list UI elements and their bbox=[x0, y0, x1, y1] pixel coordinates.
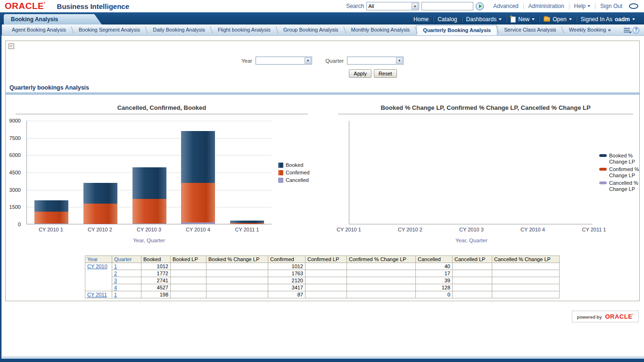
help-icon[interactable]: ? bbox=[633, 27, 639, 33]
value-cell bbox=[305, 263, 347, 270]
bar-segment-booked[interactable] bbox=[83, 183, 117, 203]
subtab-service-class-analysis[interactable]: Service Class Analysis bbox=[498, 25, 562, 35]
y-tick-label: 0 bbox=[18, 222, 21, 227]
search-bar: Search All ▼ bbox=[346, 2, 484, 10]
year-cell[interactable]: CY 2011 bbox=[85, 291, 112, 298]
chart-title: Cancelled, Confirmed, Booked bbox=[9, 104, 314, 111]
year-label: Year bbox=[241, 58, 252, 64]
bar-segment-booked[interactable] bbox=[132, 167, 166, 199]
value-cell bbox=[347, 284, 416, 291]
open-menu[interactable]: Open bbox=[539, 16, 576, 23]
table-row: 44527 3417 128 bbox=[85, 284, 560, 291]
quarter-cell[interactable]: 1 bbox=[112, 291, 141, 298]
collapse-section-icon[interactable]: − bbox=[8, 43, 14, 49]
dashboard-tab-booking-analysis[interactable]: Booking Analysis bbox=[4, 14, 102, 25]
bar-cy-2010-2[interactable] bbox=[83, 183, 117, 224]
chevron-down-icon[interactable]: ▼ bbox=[396, 58, 403, 64]
year-cell[interactable]: CY 2010 bbox=[85, 263, 112, 291]
session-indicator-icon bbox=[629, 3, 638, 9]
chevron-down-icon bbox=[532, 18, 535, 20]
signed-in-label: Signed In As bbox=[581, 16, 612, 23]
chevron-down-icon[interactable]: ▼ bbox=[412, 3, 418, 9]
dashboards-menu[interactable]: Dashboards bbox=[462, 16, 506, 23]
bar-segment-confirmed[interactable] bbox=[181, 183, 215, 222]
oracle-logo-small: ORACLE bbox=[605, 313, 634, 320]
bar-segment-confirmed[interactable] bbox=[34, 212, 68, 223]
column-header-confirmed-change-lp: Confirmed % Change LP bbox=[347, 256, 416, 263]
y-tick-label: 4500 bbox=[9, 170, 21, 175]
subtab-quarterly-booking-analysis[interactable]: Quarterly Booking Analysis bbox=[416, 25, 497, 35]
legend-label: Confirmed bbox=[286, 170, 310, 176]
quarter-cell[interactable]: 3 bbox=[112, 277, 141, 284]
new-menu[interactable]: New bbox=[506, 16, 539, 23]
subtab-flight-booking-analysis[interactable]: Flight booking Analysis bbox=[212, 25, 277, 35]
sign-out-link[interactable]: Sign Out bbox=[595, 3, 627, 9]
advanced-link[interactable]: Advanced bbox=[488, 3, 523, 9]
subtab-agent-booking-analysis[interactable]: Agent Booking Analysis bbox=[6, 25, 72, 35]
bar-segment-confirmed[interactable] bbox=[132, 199, 166, 223]
bar-segment-cancelled[interactable] bbox=[181, 222, 215, 224]
bar-cy-2011-1[interactable] bbox=[230, 221, 264, 224]
subtab-monthly-booking-analysis[interactable]: Monthly Booking Analysis bbox=[345, 25, 416, 35]
value-cell bbox=[305, 284, 347, 291]
bar-segment-cancelled[interactable] bbox=[132, 223, 166, 224]
help-menu[interactable]: Help bbox=[570, 3, 595, 9]
results-table-wrap: YearQuarterBookedBooked LPBooked % Chang… bbox=[85, 255, 639, 298]
bar-cy-2010-3[interactable] bbox=[132, 167, 166, 224]
oracle-logo: ORACLE bbox=[5, 1, 46, 11]
bar-segment-confirmed[interactable] bbox=[83, 204, 117, 224]
home-link[interactable]: Home bbox=[409, 16, 433, 23]
bar-cy-2010-1[interactable] bbox=[34, 200, 68, 224]
subtab-booking-segment-analysis[interactable]: Booking Segment Analysis bbox=[73, 25, 146, 35]
subtab-label: Monthly Booking Analysis bbox=[351, 27, 410, 33]
bar-segment-cancelled[interactable] bbox=[34, 223, 68, 224]
y-tick-label: 6000 bbox=[9, 152, 21, 158]
subtab-group-booking-analysis[interactable]: Group Booking Analysis bbox=[277, 25, 345, 35]
search-go-icon[interactable] bbox=[476, 2, 484, 10]
column-header-year[interactable]: Year bbox=[85, 256, 112, 263]
value-cell bbox=[453, 270, 492, 277]
quarter-cell[interactable]: 2 bbox=[112, 270, 141, 277]
administration-link[interactable]: Administration bbox=[524, 3, 569, 9]
column-header-cancelled: Cancelled bbox=[416, 256, 453, 263]
page-options-icon[interactable] bbox=[624, 28, 630, 33]
more-tabs-icon[interactable]: » bbox=[608, 27, 611, 33]
x-axis: CY 2010 1CY 2010 2CY 2010 3CY 2010 4CY 2… bbox=[349, 227, 594, 243]
column-header-quarter[interactable]: Quarter bbox=[112, 256, 141, 263]
subtab-daily-booking-analysis[interactable]: Daily Booking Analysis bbox=[147, 25, 211, 35]
value-cell bbox=[206, 277, 268, 284]
chevron-down-icon[interactable]: ▼ bbox=[305, 58, 311, 64]
dashboard-panel: − Year ▼ Quarter ▼ Apply Reset Quar bbox=[5, 41, 640, 301]
bar-segment-booked[interactable] bbox=[181, 131, 215, 183]
value-cell: 40 bbox=[416, 263, 453, 270]
apply-button[interactable]: Apply bbox=[349, 69, 372, 78]
chart-legend: Booked % Change LPConfirmed % Change LPC… bbox=[599, 121, 639, 224]
signed-in-menu[interactable]: Signed In Asoadm bbox=[577, 16, 639, 23]
quarter-select[interactable]: ▼ bbox=[347, 57, 404, 65]
powered-by-text: powered by bbox=[577, 314, 602, 320]
x-tick-label: CY 2010 2 bbox=[88, 227, 112, 232]
gridline bbox=[27, 121, 272, 121]
quarter-cell[interactable]: 1 bbox=[112, 263, 141, 270]
search-input[interactable] bbox=[421, 2, 473, 10]
bar-segment-confirmed[interactable] bbox=[230, 223, 264, 224]
reset-button[interactable]: Reset bbox=[374, 69, 397, 78]
catalog-link[interactable]: Catalog bbox=[433, 16, 461, 23]
year-select[interactable]: ▼ bbox=[256, 57, 312, 65]
subtab-weekly-booking[interactable]: Weekly Booking» bbox=[563, 25, 617, 35]
legend-item-cancelled-change-lp: Cancelled % Change LP bbox=[599, 180, 639, 192]
column-header-confirmed-lp: Confirmed LP bbox=[305, 256, 347, 263]
quarter-cell[interactable]: 4 bbox=[112, 284, 141, 291]
subtab-label: Agent Booking Analysis bbox=[12, 27, 66, 33]
value-cell bbox=[206, 284, 268, 291]
bar-segment-booked[interactable] bbox=[34, 200, 68, 212]
legend-label: Booked bbox=[286, 162, 303, 168]
bar-cy-2010-4[interactable] bbox=[181, 131, 215, 224]
search-scope-select[interactable]: All ▼ bbox=[366, 2, 419, 10]
table-row: 21772 1763 17 bbox=[85, 270, 560, 277]
chart-canvas: 0150030004500600075009000BookedConfirmed… bbox=[9, 121, 314, 243]
column-header-booked-change-lp: Booked % Change LP bbox=[206, 256, 268, 263]
open-folder-icon bbox=[544, 17, 550, 22]
product-title: Business Intelligence bbox=[57, 2, 129, 10]
value-cell bbox=[171, 277, 206, 284]
